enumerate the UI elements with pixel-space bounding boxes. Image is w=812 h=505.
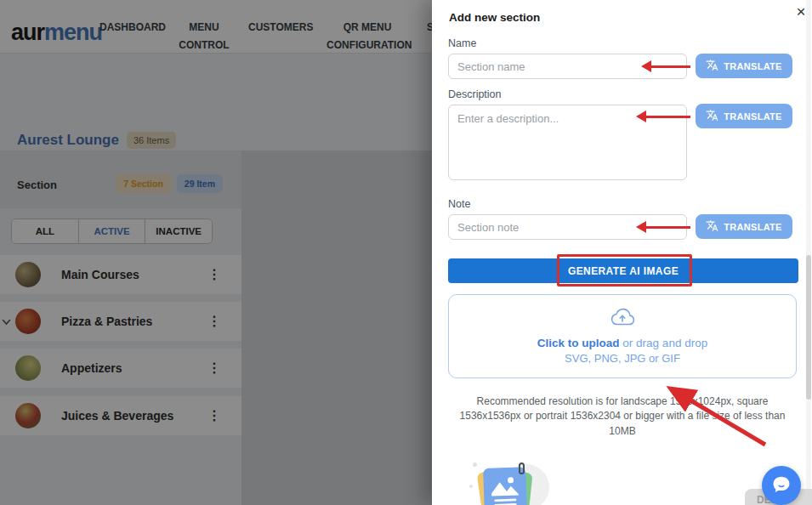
note-field-label: Note bbox=[448, 198, 470, 210]
app-root: aurmenu DASHBOARD MENU CONTROL CUSTOMERS… bbox=[0, 0, 812, 505]
section-description-textarea[interactable] bbox=[448, 105, 687, 180]
image-placeholder-illustration bbox=[468, 462, 561, 505]
add-new-section-modal: Add new section × Name TRANSLATE Descrip… bbox=[432, 0, 812, 505]
translate-note-button[interactable]: TRANSLATE bbox=[696, 214, 792, 239]
chat-widget-button[interactable] bbox=[762, 466, 801, 505]
cloud-upload-icon bbox=[610, 308, 634, 329]
translate-icon bbox=[706, 219, 718, 234]
section-note-input[interactable] bbox=[448, 214, 687, 240]
translate-icon bbox=[706, 109, 718, 123]
click-to-upload-text: Click to upload bbox=[537, 337, 620, 349]
recommended-resolution-text: Recommended resolution is for landscape … bbox=[451, 394, 794, 439]
modal-scrollbar bbox=[806, 0, 811, 505]
translate-name-button[interactable]: TRANSLATE bbox=[696, 54, 792, 78]
section-name-input[interactable] bbox=[448, 54, 687, 79]
translate-button-label: TRANSLATE bbox=[724, 61, 782, 71]
image-upload-dropzone[interactable]: Click to upload or drag and drop SVG, PN… bbox=[448, 294, 797, 378]
upload-formats-text: SVG, PNG, JPG or GIF bbox=[565, 352, 680, 365]
upload-instruction: Click to upload or drag and drop bbox=[537, 337, 707, 349]
scrollbar-thumb[interactable] bbox=[806, 255, 811, 400]
translate-description-button[interactable]: TRANSLATE bbox=[696, 104, 792, 128]
drag-drop-text: or drag and drop bbox=[620, 337, 708, 349]
description-field-label: Description bbox=[448, 88, 502, 100]
translate-icon bbox=[706, 59, 718, 73]
modal-title: Add new section bbox=[449, 11, 540, 24]
name-field-label: Name bbox=[448, 37, 476, 49]
translate-button-label: TRANSLATE bbox=[724, 222, 782, 232]
translate-button-label: TRANSLATE bbox=[724, 111, 782, 122]
generate-ai-image-button[interactable]: GENERATE AI IMAGE bbox=[448, 258, 798, 283]
chat-bubble-icon bbox=[770, 474, 792, 498]
